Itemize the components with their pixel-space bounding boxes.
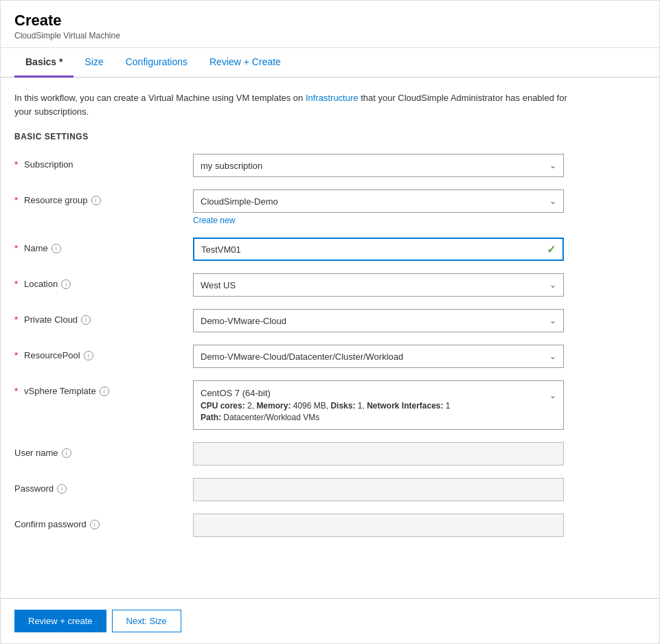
name-label: * Name i (14, 238, 193, 253)
location-info-icon[interactable]: i (61, 279, 71, 289)
confirm-password-row: Confirm password i (14, 514, 646, 537)
name-check-icon: ✓ (547, 243, 556, 256)
page-header: Create CloudSimple Virtual Machine (1, 1, 659, 48)
user-name-label: User name i (14, 442, 193, 458)
tab-size[interactable]: Size (73, 48, 114, 78)
location-row: * Location i West US ⌄ (14, 273, 646, 297)
confirm-password-label: Confirm password i (14, 514, 193, 529)
resource-group-label: * Resource group i (14, 189, 193, 205)
user-name-input[interactable] (193, 442, 564, 465)
private-cloud-dropdown[interactable]: Demo-VMware-Cloud ⌄ (193, 309, 564, 332)
intro-text: In this workflow, you can create a Virtu… (14, 91, 578, 118)
page-subtitle: CloudSimple Virtual Machine (14, 31, 646, 41)
vsphere-template-row: * vSphere Template i CentOS 7 (64-bit) C… (14, 380, 646, 430)
resource-pool-row: * ResourcePool i Demo-VMware-Cloud/Datac… (14, 345, 646, 368)
vsphere-template-arrow-icon: ⌄ (549, 388, 556, 400)
resource-group-row: * Resource group i CloudSimple-Demo ⌄ Cr… (14, 189, 646, 225)
tab-bar: Basics * Size Configurations Review + Cr… (1, 48, 659, 78)
name-input[interactable]: TestVM01 ✓ (193, 238, 564, 261)
password-input[interactable] (193, 478, 564, 501)
intro-before: In this workflow, you can create a Virtu… (14, 93, 306, 103)
subscription-value: my subscription (201, 161, 262, 171)
name-info-icon[interactable]: i (52, 244, 61, 253)
password-row: Password i (14, 478, 646, 501)
tab-basics[interactable]: Basics * (14, 48, 73, 78)
resource-group-value: CloudSimple-Demo (201, 196, 278, 207)
resource-group-info-icon[interactable]: i (91, 196, 101, 205)
resource-group-control: CloudSimple-Demo ⌄ Create new (193, 189, 564, 225)
location-dropdown[interactable]: West US ⌄ (193, 273, 564, 297)
confirm-password-info-icon[interactable]: i (90, 520, 100, 529)
subscription-dropdown[interactable]: my subscription ⌄ (193, 154, 564, 177)
private-cloud-row: * Private Cloud i Demo-VMware-Cloud ⌄ (14, 309, 646, 332)
private-cloud-arrow-icon: ⌄ (549, 316, 556, 325)
private-cloud-label: * Private Cloud i (14, 309, 193, 325)
tab-review-create[interactable]: Review + Create (198, 48, 292, 78)
vsphere-template-name: CentOS 7 (64-bit) (201, 388, 549, 398)
vsphere-template-dropdown[interactable]: CentOS 7 (64-bit) CPU cores: 2, Memory: … (193, 380, 564, 430)
tab-configurations[interactable]: Configurations (115, 48, 198, 78)
confirm-password-control (193, 514, 564, 537)
vsphere-template-label: * vSphere Template i (14, 380, 193, 396)
resource-pool-info-icon[interactable]: i (84, 351, 93, 360)
vsphere-template-control: CentOS 7 (64-bit) CPU cores: 2, Memory: … (193, 380, 564, 430)
subscription-control: my subscription ⌄ (193, 154, 564, 177)
section-title: BASIC SETTINGS (14, 132, 646, 141)
subscription-arrow-icon: ⌄ (549, 161, 556, 170)
private-cloud-info-icon[interactable]: i (81, 315, 91, 325)
subscription-label: * Subscription (14, 154, 193, 170)
intro-highlight: Infrastructure (306, 93, 359, 103)
resource-pool-arrow-icon: ⌄ (549, 352, 556, 361)
create-new-link[interactable]: Create new (193, 216, 235, 225)
password-label: Password i (14, 478, 193, 494)
vsphere-template-info-icon[interactable]: i (100, 387, 109, 396)
location-control: West US ⌄ (193, 273, 564, 297)
private-cloud-control: Demo-VMware-Cloud ⌄ (193, 309, 564, 332)
user-name-row: User name i (14, 442, 646, 465)
review-create-button[interactable]: Review + create (14, 610, 106, 632)
location-value: West US (201, 280, 236, 290)
resource-pool-value: Demo-VMware-Cloud/Datacenter/Cluster/Wor… (201, 352, 403, 362)
location-label: * Location i (14, 273, 193, 289)
confirm-password-input[interactable] (193, 514, 564, 537)
user-name-control (193, 442, 564, 465)
resource-pool-dropdown[interactable]: Demo-VMware-Cloud/Datacenter/Cluster/Wor… (193, 345, 564, 368)
vsphere-template-content: CentOS 7 (64-bit) CPU cores: 2, Memory: … (201, 388, 549, 422)
name-control: TestVM01 ✓ (193, 238, 564, 261)
name-value: TestVM01 (201, 244, 241, 255)
user-name-info-icon[interactable]: i (62, 448, 71, 458)
subscription-row: * Subscription my subscription ⌄ (14, 154, 646, 177)
vsphere-template-path: Path: Datacenter/Workload VMs (201, 413, 549, 422)
resource-pool-label: * ResourcePool i (14, 345, 193, 360)
resource-group-arrow-icon: ⌄ (549, 196, 556, 206)
password-info-icon[interactable]: i (57, 484, 67, 494)
page-title: Create (14, 12, 646, 30)
password-control (193, 478, 564, 501)
name-row: * Name i TestVM01 ✓ (14, 238, 646, 261)
next-size-button[interactable]: Next: Size (112, 610, 181, 632)
vsphere-template-details: CPU cores: 2, Memory: 4096 MB, Disks: 1,… (201, 401, 549, 411)
private-cloud-value: Demo-VMware-Cloud (201, 316, 286, 326)
main-content: In this workflow, you can create a Virtu… (1, 78, 659, 598)
footer: Review + create Next: Size (1, 598, 659, 643)
resource-pool-control: Demo-VMware-Cloud/Datacenter/Cluster/Wor… (193, 345, 564, 368)
location-arrow-icon: ⌄ (549, 280, 556, 290)
resource-group-dropdown[interactable]: CloudSimple-Demo ⌄ (193, 189, 564, 213)
